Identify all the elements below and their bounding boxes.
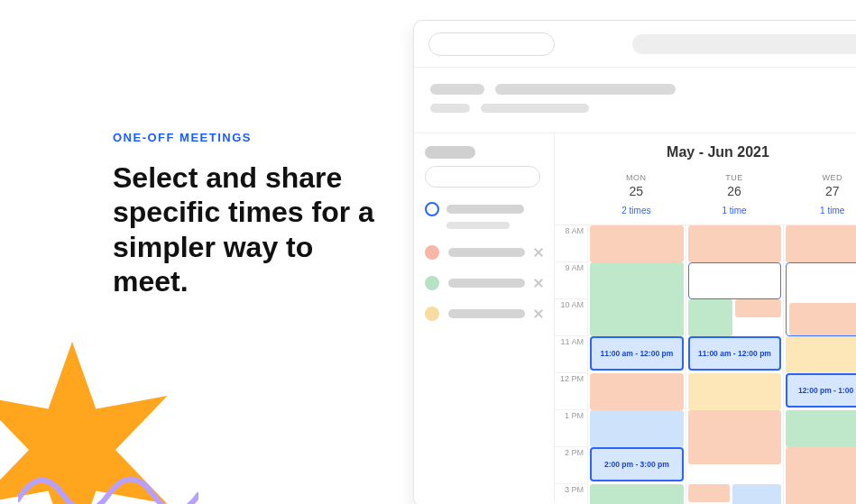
calendar-day-header: MON 25 2 times TUE 26 1 time WED 27 1 ti… [555, 173, 856, 215]
calendar-item-1[interactable] [425, 245, 543, 260]
busy-block [590, 373, 684, 410]
page-header-skeleton [414, 68, 856, 133]
busy-block [590, 225, 684, 262]
calendar-item-3[interactable] [425, 307, 543, 321]
hour-gutter: 8 AM 9 AM 10 AM 11 AM 12 PM 1 PM 2 PM 3 … [555, 225, 587, 504]
busy-block [786, 410, 856, 447]
busy-block [590, 262, 684, 336]
header-skeleton [632, 34, 856, 54]
eyebrow-label: ONE-OFF MEETINGS [113, 131, 392, 144]
left-sidebar [414, 133, 555, 501]
busy-block [786, 336, 856, 373]
day-column-tue[interactable]: 11:00 am - 12:00 pm [686, 225, 784, 504]
calendar-panel: May - Jun 2021 MON 25 2 times TUE 26 1 t… [555, 133, 856, 501]
calendar-color-dot-icon [425, 276, 439, 290]
busy-block [735, 299, 782, 317]
search-input[interactable] [428, 32, 555, 56]
selected-slot[interactable]: 2:00 pm - 3:00 pm [590, 447, 684, 481]
selected-slot[interactable]: 11:00 am - 12:00 pm [590, 336, 684, 371]
day-column-mon[interactable]: 11:00 am - 12:00 pm 2:00 pm - 3:00 pm [587, 225, 686, 504]
app-topbar [414, 21, 856, 68]
remove-calendar-button[interactable] [534, 279, 543, 288]
headline-text: Select and share specific times for a si… [113, 160, 392, 299]
remove-calendar-button[interactable] [534, 248, 543, 257]
selected-slot[interactable]: 11:00 am - 12:00 pm [688, 336, 782, 371]
app-window: May - Jun 2021 MON 25 2 times TUE 26 1 t… [413, 20, 856, 504]
decorative-squiggle-icon [18, 459, 198, 504]
available-slot[interactable] [688, 262, 782, 299]
marketing-copy: ONE-OFF MEETINGS Select and share specif… [113, 131, 392, 299]
calendar-item-2[interactable] [425, 276, 543, 290]
busy-block [688, 299, 733, 336]
day-header-mon: MON 25 2 times [587, 173, 686, 215]
day-column-wed[interactable]: 12:00 pm - 1:00 pm [783, 225, 856, 504]
selected-slot[interactable]: 12:00 pm - 1:00 pm [786, 373, 856, 408]
busy-block [789, 303, 856, 335]
busy-block [786, 447, 856, 504]
calendar-range-title: May - Jun 2021 [555, 144, 856, 160]
sidebar-label-skeleton [425, 146, 475, 159]
times-link-mon[interactable]: 2 times [587, 206, 686, 215]
radio-selected-icon [425, 202, 439, 216]
selected-type-row[interactable] [425, 202, 543, 216]
remove-calendar-button[interactable] [534, 309, 543, 318]
calendar-grid[interactable]: 8 AM 9 AM 10 AM 11 AM 12 PM 1 PM 2 PM 3 … [555, 225, 856, 504]
calendar-color-dot-icon [425, 307, 439, 321]
busy-block [786, 225, 856, 262]
sidebar-input[interactable] [425, 166, 540, 188]
times-link-tue[interactable]: 1 time [686, 206, 784, 215]
busy-block [688, 410, 782, 464]
busy-block [688, 373, 782, 410]
day-header-tue: TUE 26 1 time [686, 173, 784, 215]
busy-block [590, 484, 684, 504]
marketing-screenshot: ONE-OFF MEETINGS Select and share specif… [0, 0, 856, 504]
day-header-wed: WED 27 1 time [783, 173, 856, 215]
busy-block [688, 225, 782, 262]
times-link-wed[interactable]: 1 time [783, 206, 856, 215]
busy-block [732, 484, 781, 504]
calendar-color-dot-icon [425, 245, 439, 260]
busy-block [590, 410, 684, 447]
busy-block [688, 484, 730, 502]
